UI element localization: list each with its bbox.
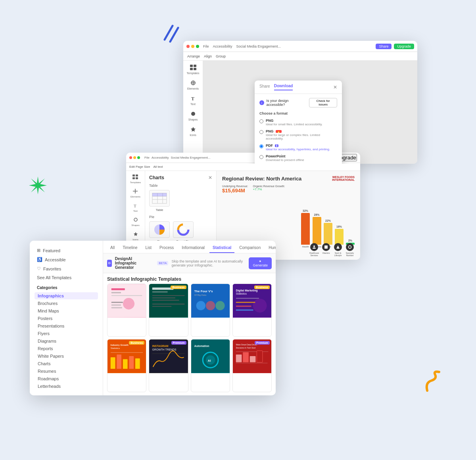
format-png-radio[interactable] — [259, 119, 263, 123]
svg-rect-62 — [236, 298, 259, 299]
dot-green[interactable] — [196, 45, 199, 48]
template-badge-6: Premium — [171, 341, 186, 345]
template-card-7[interactable]: Automation AI — [191, 339, 230, 392]
tab-process[interactable]: Process — [156, 244, 177, 253]
format-pdf[interactable]: PDF ℹ Ideal for accessibility, hyperlink… — [259, 144, 337, 151]
nav-accessible[interactable]: ♿ Accessible — [35, 255, 98, 264]
share-button-back[interactable]: Share — [376, 44, 392, 49]
chart-item-donut[interactable]: Donut Pie — [173, 221, 194, 243]
dot-red[interactable] — [186, 45, 190, 48]
svg-rect-13 — [136, 174, 138, 176]
mid-dot-green[interactable] — [137, 156, 140, 159]
tab-statistical[interactable]: Statistical — [209, 244, 234, 253]
svg-rect-34 — [324, 245, 328, 249]
svg-text:The Four V's: The Four V's — [194, 289, 213, 293]
svg-rect-52 — [152, 306, 172, 307]
cat-resumes[interactable]: Resumes — [35, 368, 98, 375]
tab-timeline[interactable]: Timeline — [119, 244, 140, 253]
featured-icon: ⊞ — [37, 248, 40, 253]
template-card-8[interactable]: Premium Make Smart Data-Driven Decisions… — [232, 339, 272, 392]
mid-toolbar-file[interactable]: File — [144, 156, 150, 159]
arrange-label[interactable]: Arrange — [187, 54, 200, 58]
format-ppt-radio[interactable] — [259, 155, 263, 159]
mid-toolbar-accessibility[interactable]: Accessibility — [152, 156, 169, 159]
cat-infographics[interactable]: Infographics — [35, 292, 98, 299]
mid-dot-red[interactable] — [129, 156, 132, 159]
regional-review-subtitle: North America — [266, 176, 301, 182]
mid-sidebar-icons[interactable]: Icons — [131, 230, 140, 241]
nav-accessible-label: Accessible — [45, 257, 66, 262]
toolbar-file[interactable]: File — [203, 44, 209, 48]
generate-button[interactable]: ✦ Generate — [249, 257, 272, 269]
cat-flyers[interactable]: Flyers — [35, 330, 98, 337]
mid-dot-yellow[interactable] — [133, 156, 136, 159]
cat-presentations[interactable]: Presentations — [35, 322, 98, 330]
svg-rect-64 — [236, 302, 255, 303]
sidebar-icons[interactable]: Icons — [189, 126, 198, 136]
template-card-5[interactable]: Business Industry Growth Statistics — [107, 339, 146, 392]
format-png-fire[interactable]: PNG 🔥 Ideal for large or complex files. … — [259, 129, 337, 140]
chart-icon-3: Sport & Lifestyle — [333, 243, 343, 257]
svg-point-63 — [253, 299, 267, 312]
dialog-tab-download[interactable]: Download — [274, 84, 293, 90]
tab-list[interactable]: List — [142, 244, 155, 253]
svg-point-57 — [205, 301, 215, 310]
template-card-4[interactable]: Business Digital Marketing Statistics — [232, 284, 272, 337]
format-ppt[interactable]: PowerPoint Download to present offline — [259, 154, 337, 162]
dot-yellow[interactable] — [191, 45, 194, 48]
cat-diagrams[interactable]: Diagrams — [35, 337, 98, 345]
chart-icon-1: Healthcare Services — [309, 243, 319, 257]
cat-posters[interactable]: Posters — [35, 315, 98, 322]
mid-sidebar-templates[interactable]: Templates — [130, 173, 141, 184]
check-issues-button[interactable]: Check for issues — [309, 98, 337, 107]
group-label[interactable]: Group — [216, 54, 226, 58]
dialog-close-button[interactable]: ✕ — [333, 84, 337, 90]
cat-reports[interactable]: Reports — [35, 345, 98, 352]
cat-white-papers[interactable]: White Papers — [35, 353, 98, 360]
tab-all[interactable]: All — [107, 244, 118, 253]
sidebar-text-label: Text — [190, 103, 196, 105]
format-pdf-name: PDF ℹ — [266, 144, 330, 148]
tab-comparison[interactable]: Comparison — [236, 244, 264, 253]
mid-toolbar-social[interactable]: Social Media Engagement... — [171, 156, 210, 159]
chart-item-pie[interactable]: Pie — [149, 221, 170, 243]
sidebar-templates[interactable]: Templates — [187, 64, 200, 75]
tab-human-resources[interactable]: Human Resources — [265, 244, 276, 253]
sidebar-text[interactable]: T Text — [189, 95, 198, 105]
sidebar-shapes[interactable]: Shapes — [188, 110, 198, 121]
chart-item-table[interactable]: Table — [149, 190, 170, 212]
decorative-blue-lines — [157, 22, 180, 46]
toolbar-accessibility[interactable]: Accessibility — [213, 44, 232, 48]
format-pdf-radio[interactable] — [259, 144, 263, 148]
nav-favorites[interactable]: ♡ Favorites — [35, 264, 98, 273]
chart-icon-circle-3 — [334, 243, 342, 251]
mid-sidebar-shapes[interactable]: Shapes — [131, 216, 140, 226]
cat-letterheads[interactable]: Letterheads — [35, 383, 98, 390]
cat-mind-maps[interactable]: Mind Maps — [35, 307, 98, 314]
mid-edit-page-size[interactable]: Edit Page Size — [129, 165, 150, 169]
sidebar-elements[interactable]: Elements — [187, 79, 199, 90]
svg-rect-40 — [111, 295, 142, 296]
toolbar-social[interactable]: Social Media Engagement... — [236, 44, 281, 48]
template-card-2[interactable]: Business — [149, 284, 188, 337]
charts-panel-close-button[interactable]: ✕ — [208, 175, 212, 180]
bar-label-1: Health — [302, 245, 309, 248]
svg-text:AI: AI — [207, 359, 211, 362]
align-label[interactable]: Align — [204, 54, 212, 58]
cat-roadmaps[interactable]: Roadmaps — [35, 375, 98, 382]
cat-charts[interactable]: Charts — [35, 360, 98, 367]
mid-all-text[interactable]: All text — [153, 165, 163, 169]
nav-featured[interactable]: ⊞ Featured — [35, 246, 98, 255]
nav-all-templates[interactable]: See All Templates — [35, 274, 98, 282]
upgrade-button-back[interactable]: Upgrade — [394, 44, 414, 49]
cat-brochures[interactable]: Brochures — [35, 300, 98, 307]
tab-informational[interactable]: Informational — [178, 244, 208, 253]
template-card-3[interactable]: The Four V's Of Big Data — [191, 284, 230, 337]
mid-sidebar-text[interactable]: T Text — [131, 202, 140, 212]
template-card-1[interactable] — [107, 284, 146, 337]
mid-sidebar-elements[interactable]: Elements — [131, 188, 140, 198]
format-png[interactable]: PNG Ideal for small files. Limited acces… — [259, 119, 337, 126]
template-card-6[interactable]: Premium INSTAGRAM GROWTH TRENDS — [149, 339, 188, 392]
format-png-fire-radio[interactable] — [259, 130, 263, 134]
dialog-tab-share[interactable]: Share — [259, 84, 270, 90]
